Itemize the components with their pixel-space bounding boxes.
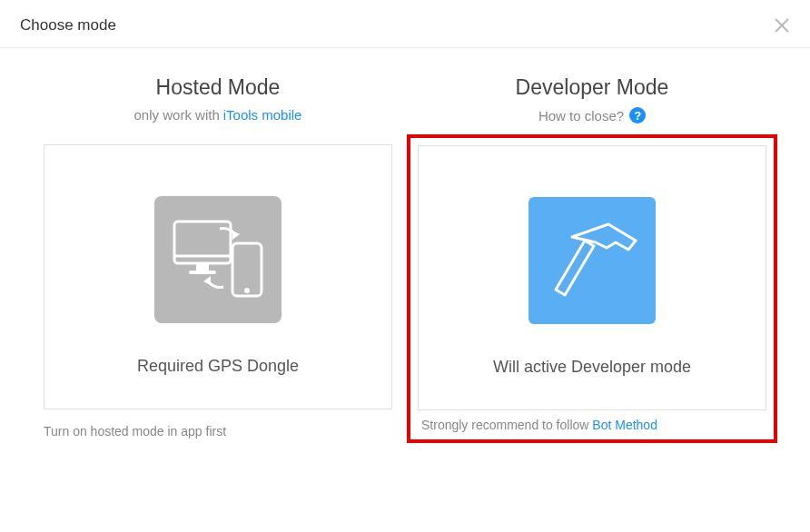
developer-mode-panel: Developer Mode How to close? ? <box>418 75 766 438</box>
svg-rect-5 <box>196 263 209 271</box>
developer-mode-title: Developer Mode <box>418 75 766 100</box>
svg-rect-11 <box>528 197 656 324</box>
help-icon[interactable]: ? <box>629 107 646 123</box>
developer-subtitle-text: How to close? <box>538 108 624 123</box>
bot-method-link[interactable]: Bot Method <box>592 418 657 432</box>
svg-point-8 <box>244 288 250 293</box>
developer-mode-subtitle: How to close? ? <box>418 107 766 123</box>
hosted-card-label: Required GPS Dongle <box>137 357 299 376</box>
close-icon <box>774 17 790 34</box>
itools-mobile-link[interactable]: iTools mobile <box>223 107 302 123</box>
developer-mode-card[interactable]: Will active Developer mode <box>418 145 766 410</box>
hosted-footer-text: Turn on hosted mode in app first <box>44 424 392 438</box>
developer-footer-text: Strongly recommend to follow <box>421 418 588 432</box>
dialog-header: Choose mode <box>0 0 810 48</box>
highlighted-selection: Will active Developer mode Strongly reco… <box>407 134 777 443</box>
developer-footer: Strongly recommend to follow Bot Method <box>418 418 766 432</box>
developer-card-label: Will active Developer mode <box>493 358 691 377</box>
hosted-mode-card[interactable]: Required GPS Dongle <box>44 144 392 409</box>
svg-rect-6 <box>189 271 216 274</box>
close-button[interactable] <box>774 17 790 34</box>
dialog-title: Choose mode <box>20 16 116 34</box>
devices-sync-icon <box>154 196 282 327</box>
hosted-mode-panel: Hosted Mode only work with iTools mobile <box>44 75 392 438</box>
hosted-mode-subtitle: only work with iTools mobile <box>44 107 392 123</box>
hosted-subtitle-text: only work with <box>134 107 220 123</box>
hosted-mode-title: Hosted Mode <box>44 75 392 100</box>
dialog-content: Hosted Mode only work with iTools mobile <box>0 48 810 466</box>
hammer-icon <box>528 197 656 328</box>
